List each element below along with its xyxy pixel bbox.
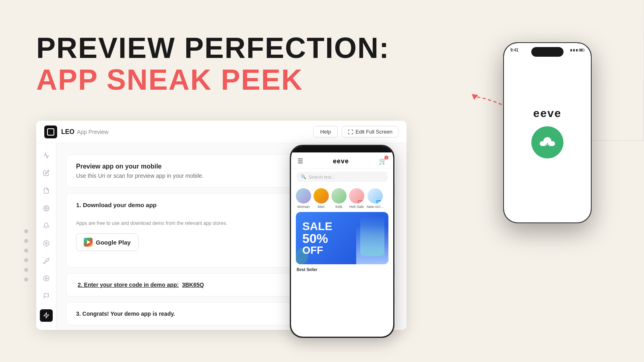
headline-line1: PREVIEW PERFECTION: xyxy=(36,32,390,64)
cart-badge: 1 xyxy=(384,156,388,160)
phone-search: 🔍 Search text... xyxy=(297,172,388,182)
cat-woman: Woman xyxy=(296,188,311,209)
sidebar-icon-lightning[interactable] xyxy=(40,309,53,322)
svg-point-1 xyxy=(45,208,47,209)
svg-marker-0 xyxy=(472,94,478,100)
phone-app-header: ☰ eeve 🛒 1 xyxy=(291,152,393,169)
sidebar-icon-page[interactable] xyxy=(42,186,51,195)
cat-men: Men xyxy=(314,188,329,209)
phone-large-shell: 9:41 eeve xyxy=(503,42,592,223)
sidebar xyxy=(36,143,56,330)
sidebar-icon-edit[interactable] xyxy=(42,169,51,178)
browser-bar: LEO App Preview Help Edit Full Screen xyxy=(36,121,407,143)
phone-large: 9:41 eeve xyxy=(503,42,592,223)
battery-icon xyxy=(579,49,584,51)
store-code-value: 3BK65Q xyxy=(182,282,204,288)
svg-marker-5 xyxy=(45,278,47,280)
phone-banner: SALE 50% OFF xyxy=(296,212,388,264)
svg-point-3 xyxy=(45,243,47,244)
sidebar-icon-analytics[interactable] xyxy=(42,151,51,160)
search-icon: 🔍 xyxy=(301,174,306,179)
phone-screen: ☰ eeve 🛒 1 🔍 Search text... Woman Men xyxy=(291,146,393,337)
best-seller-label: Best Seller xyxy=(291,264,393,275)
headline: PREVIEW PERFECTION: APP SNEAK PEEK xyxy=(36,32,390,96)
download-cloud-icon xyxy=(531,126,564,158)
phone-large-screen: eeve xyxy=(504,43,591,222)
fullscreen-icon xyxy=(348,129,353,135)
download-left: Apps are free to use and download demo f… xyxy=(76,220,303,251)
leo-logo xyxy=(44,125,57,138)
svg-point-4 xyxy=(43,276,49,281)
google-play-icon xyxy=(84,238,93,247)
sidebar-icon-notifications[interactable] xyxy=(42,222,51,230)
browser-bar-right: Help Edit Full Screen xyxy=(313,126,398,138)
sidebar-icon-location[interactable] xyxy=(42,239,51,248)
sidebar-icon-rocket[interactable] xyxy=(42,257,51,265)
sidebar-icon-play[interactable] xyxy=(42,274,51,283)
phone-status-bar: 9:41 xyxy=(510,48,584,52)
fullscreen-button[interactable]: Edit Full Screen xyxy=(342,126,398,138)
sidebar-icon-flag[interactable] xyxy=(42,292,51,300)
cat-new: NEW New Arri... xyxy=(367,188,384,209)
browser-title: LEO xyxy=(61,128,74,136)
cat-kids: Kids xyxy=(331,188,347,209)
status-icons xyxy=(570,49,584,51)
help-button[interactable]: Help xyxy=(313,126,338,138)
svg-marker-7 xyxy=(44,313,49,318)
signal-bar-1 xyxy=(570,49,572,51)
large-brand-name: eeve xyxy=(533,107,561,120)
cloud-download-svg xyxy=(537,132,557,152)
phone-categories: Woman Men Kids Sale Holi Sale NEW New xyxy=(291,185,393,212)
cat-sale: Sale Holi Sale xyxy=(349,188,364,209)
signal-bar-2 xyxy=(573,49,575,51)
signal-bar-3 xyxy=(576,49,578,51)
phone-cart-icon: 🛒 1 xyxy=(379,157,387,165)
phone-in-browser: ☰ eeve 🛒 1 🔍 Search text... Woman Men xyxy=(290,145,394,338)
google-play-button[interactable]: Google Play xyxy=(76,233,138,251)
phone-menu-icon: ☰ xyxy=(297,157,303,165)
phone-brand: eeve xyxy=(333,158,349,165)
sidebar-icon-settings[interactable] xyxy=(42,204,51,213)
browser-subtitle: App Preview xyxy=(77,129,109,135)
banner-text: SALE 50% OFF xyxy=(302,221,332,255)
headline-line2: APP SNEAK PEEK xyxy=(36,64,390,96)
download-desc: Apps are free to use and download demo f… xyxy=(76,220,303,227)
svg-point-2 xyxy=(43,241,49,246)
banner-person xyxy=(356,216,388,264)
